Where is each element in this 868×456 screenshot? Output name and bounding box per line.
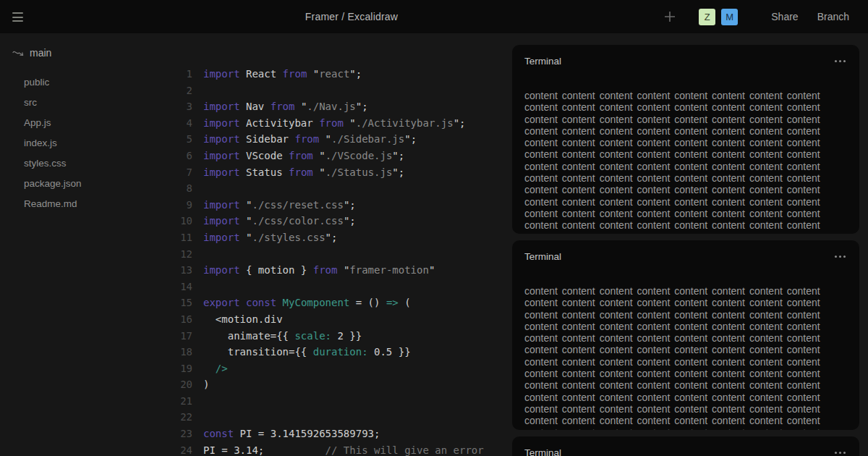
- terminal-output-line: content content content content content …: [524, 403, 847, 415]
- ellipsis-menu-icon[interactable]: [833, 253, 847, 261]
- line-number: 22: [174, 409, 192, 426]
- file-item-styles-css[interactable]: styles.css: [0, 153, 174, 174]
- line-number: 1: [174, 66, 192, 83]
- terminal-panel[interactable]: Terminal content content content content…: [512, 240, 859, 430]
- code-text: import Nav from "./Nav.js";: [203, 98, 368, 115]
- code-text: ): [203, 376, 209, 393]
- file-item-public[interactable]: public: [0, 72, 174, 93]
- avatar-group: Z M: [699, 9, 738, 25]
- code-text: import VScode from "./VScode.js";: [203, 148, 404, 164]
- line-number: 16: [174, 311, 192, 328]
- code-line[interactable]: 5import Sidebar from "./Sidebar.js";: [174, 131, 512, 148]
- branch-button[interactable]: Branch: [817, 11, 849, 22]
- terminal-output-line: content content content content content …: [524, 285, 847, 297]
- terminal-output-line: content content content content content …: [524, 309, 847, 321]
- line-number: 8: [174, 180, 192, 197]
- code-line[interactable]: 9import "./css/reset.css";: [174, 197, 512, 214]
- terminal-output-line: content content content content content …: [524, 161, 847, 172]
- code-line[interactable]: 10import "./css/color.css";: [174, 213, 512, 229]
- code-line[interactable]: 11import "./styles.css";: [174, 229, 512, 246]
- branch-name: main: [30, 47, 51, 59]
- line-number: 24: [174, 442, 192, 456]
- line-number: 13: [174, 262, 192, 279]
- line-number: 23: [174, 426, 192, 442]
- code-text: import { motion } from "framer-motion": [203, 262, 435, 279]
- code-editor[interactable]: 1import React from "react";23import Nav …: [174, 33, 512, 456]
- terminal-output-line: content content content content content …: [524, 379, 847, 391]
- code-text: import "./css/reset.css";: [203, 197, 356, 214]
- file-item-src[interactable]: src: [0, 93, 174, 113]
- terminal-panel[interactable]: Terminal content content content content…: [512, 45, 859, 234]
- terminal-output-line: content content content content content …: [524, 101, 847, 113]
- code-line[interactable]: 8: [174, 180, 512, 197]
- ellipsis-menu-icon[interactable]: [833, 57, 847, 65]
- line-number: 6: [174, 148, 192, 164]
- branch-selector[interactable]: main: [0, 46, 174, 60]
- menu-icon[interactable]: [12, 12, 23, 22]
- page-title: Framer / Excalidraw: [305, 11, 398, 22]
- line-number: 20: [174, 376, 192, 393]
- share-button[interactable]: Share: [771, 11, 798, 22]
- terminal-header: Terminal: [524, 251, 847, 262]
- terminal-output-line: content content content content content …: [524, 344, 847, 355]
- code-line[interactable]: 12: [174, 246, 512, 263]
- code-text: animate={{ scale: 2 }}: [203, 328, 362, 345]
- line-number: 14: [174, 279, 192, 295]
- file-item-package-json[interactable]: package.json: [0, 174, 174, 194]
- code-line[interactable]: 19 />: [174, 360, 512, 377]
- plus-icon: [663, 10, 676, 23]
- ellipsis-menu-icon[interactable]: [833, 449, 847, 456]
- avatar-z[interactable]: Z: [699, 9, 715, 25]
- terminal-output-line: content content content content content …: [524, 137, 847, 148]
- code-line[interactable]: 4import Activitybar from "./Activitybar.…: [174, 115, 512, 132]
- line-number: 9: [174, 197, 192, 214]
- code-text: <motion.div: [203, 311, 283, 328]
- git-branch-icon: [12, 48, 25, 58]
- code-line[interactable]: 21: [174, 393, 512, 410]
- avatar-m[interactable]: M: [721, 9, 738, 25]
- code-line[interactable]: 1import React from "react";: [174, 66, 512, 83]
- terminal-output-line: content content content content content …: [524, 172, 847, 184]
- line-number: 5: [174, 131, 192, 148]
- code-text: export const MyComponent = () => (: [203, 295, 411, 311]
- file-item-readme-md[interactable]: Readme.md: [0, 194, 174, 214]
- terminal-title: Terminal: [524, 447, 561, 456]
- file-sidebar: main publicsrcApp.jsindex.jsstyles.csspa…: [0, 33, 174, 456]
- code-line[interactable]: 14: [174, 279, 512, 295]
- code-line[interactable]: 17 animate={{ scale: 2 }}: [174, 328, 512, 345]
- line-number: 2: [174, 83, 192, 99]
- code-line[interactable]: 16 <motion.div: [174, 311, 512, 328]
- code-line[interactable]: 13import { motion } from "framer-motion": [174, 262, 512, 279]
- add-button[interactable]: [663, 9, 677, 24]
- file-item-index-js[interactable]: index.js: [0, 133, 174, 153]
- terminal-output-line: content content content content content …: [524, 196, 847, 208]
- code-line[interactable]: 18 transition={{ duration: 0.5 }}: [174, 344, 512, 360]
- code-line[interactable]: 7import Status from "./Status.js";: [174, 164, 512, 181]
- line-number: 21: [174, 393, 192, 410]
- code-line[interactable]: 22: [174, 409, 512, 426]
- terminal-output-line: content content content content content …: [524, 356, 847, 368]
- code-line[interactable]: 6import VScode from "./VScode.js";: [174, 148, 512, 164]
- terminal-title: Terminal: [524, 56, 561, 67]
- terminal-title: Terminal: [524, 251, 561, 262]
- code-line[interactable]: 24PI = 3.14; // This will give an error: [174, 442, 512, 456]
- code-line[interactable]: 2: [174, 83, 512, 99]
- terminal-output: content content content content content …: [524, 285, 847, 430]
- terminal-output-line: content content content content content …: [524, 208, 847, 219]
- file-list: publicsrcApp.jsindex.jsstyles.csspackage…: [0, 72, 174, 214]
- line-number: 12: [174, 246, 192, 263]
- code-line[interactable]: 20): [174, 376, 512, 393]
- terminal-output-line: content content content content content …: [524, 368, 847, 379]
- code-line[interactable]: 3import Nav from "./Nav.js";: [174, 98, 512, 115]
- app-window: Framer / Excalidraw Z M Share Branch: [0, 0, 868, 456]
- line-number: 10: [174, 213, 192, 229]
- code-line[interactable]: 23const PI = 3.141592653589793;: [174, 426, 512, 442]
- terminal-output-line: content content content content content …: [524, 332, 847, 344]
- code-line[interactable]: 15export const MyComponent = () => (: [174, 295, 512, 311]
- code-text: const PI = 3.141592653589793;: [203, 426, 380, 442]
- file-item-app-js[interactable]: App.js: [0, 113, 174, 133]
- terminal-output-line: content content content content content …: [524, 297, 847, 308]
- line-number: 3: [174, 98, 192, 115]
- terminal-panel[interactable]: Terminal content content content content…: [512, 436, 859, 456]
- code-text: />: [203, 360, 228, 377]
